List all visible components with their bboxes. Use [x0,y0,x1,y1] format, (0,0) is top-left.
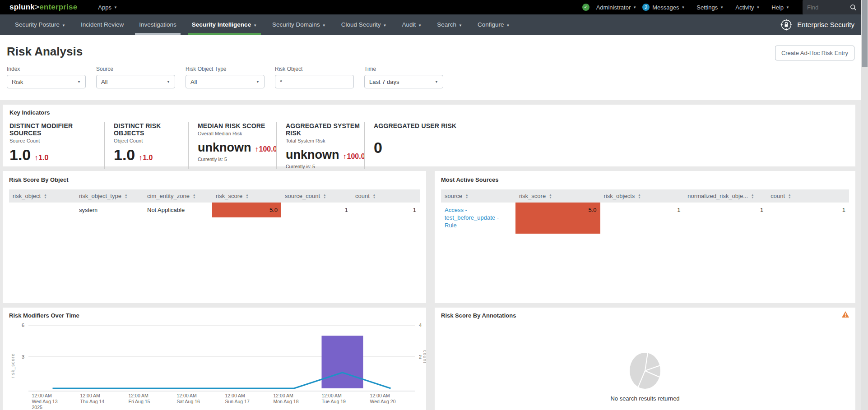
administrator-menu[interactable]: Administrator▼ [590,4,643,11]
svg-text:12:00 AMWed Aug 20: 12:00 AMWed Aug 20 [370,393,396,404]
index-dropdown[interactable]: Risk▼ [7,75,86,88]
svg-text:count: count [422,350,426,363]
cell-count: 1 [767,203,849,234]
cell-risk-object-redacted[interactable] [9,203,75,217]
filter-bar: Index Risk▼ Source All▼ Risk Object Type… [7,66,868,88]
svg-text:12:00 AMSun Aug 17: 12:00 AMSun Aug 17 [225,393,250,404]
find-search-box[interactable] [803,0,861,14]
kpi-value: 1.0 [114,147,135,163]
activity-menu[interactable]: Activity▼ [729,4,766,11]
kpi-delta-up: 100.0 [343,152,365,161]
svg-text:6: 6 [22,322,24,328]
sort-icon [638,193,641,198]
empty-pie-icon [626,352,664,390]
risk-object-type-dropdown[interactable]: All▼ [186,75,265,88]
svg-text:12:00 AMSat Aug 16: 12:00 AMSat Aug 16 [177,393,200,404]
splunk-logo: splunk>enterprise [9,3,77,12]
filter-risk-object-type: Risk Object Type All▼ [186,66,265,88]
sort-icon [193,193,195,198]
sort-icon [751,193,754,198]
table-row: system Not Applicable 5.0 1 1 [9,203,420,217]
filter-time: Time Last 7 days▼ [364,66,443,88]
top-bar: splunk>enterprise Apps▼ ✓ Administrator▼… [0,0,868,14]
most-active-sources-title: Most Active Sources [441,176,849,183]
sort-icon [373,193,376,198]
search-icon [850,4,857,11]
key-indicators-title: Key Indicators [9,109,855,116]
filter-source-label: Source [96,66,175,72]
col-normalized-risk-objects[interactable]: normalized_risk_obje... [684,189,767,203]
cell-risk-object-type: system [75,203,144,217]
page-header: Risk Analysis Create Ad-Hoc Risk Entry I… [0,35,868,100]
nav-investigations[interactable]: Investigations [131,14,184,35]
help-menu[interactable]: Help▼ [766,4,795,11]
sort-icon [246,193,248,198]
svg-text:12:00 AMTue Aug 19: 12:00 AMTue Aug 19 [322,393,346,404]
filter-index: Index Risk▼ [7,66,86,88]
time-chart-svg: 362412:00 AMWed Aug 13202512:00 AMThu Au… [9,321,426,410]
health-check-icon[interactable]: ✓ [582,4,589,11]
svg-text:12:00 AMFri Aug 15: 12:00 AMFri Aug 15 [129,393,150,404]
nav-security-domains[interactable]: Security Domains▼ [265,14,334,35]
enterprise-security-brand[interactable]: Enterprise Security [780,18,868,31]
filter-time-label: Time [364,66,443,72]
chevron-down-icon: ▼ [114,5,117,9]
risk-modifiers-over-time-panel: Risk Modifiers Over Time 362412:00 AMWed… [3,308,426,410]
svg-text:3: 3 [22,354,24,359]
apps-menu[interactable]: Apps▼ [92,4,123,11]
nav-incident-review[interactable]: Incident Review [73,14,131,35]
most-active-sources-table: source risk_score risk_objects normalize… [441,189,849,234]
source-link[interactable]: Access - test_before_update - Rule [445,207,512,230]
chevron-down-icon: ▼ [435,80,438,84]
col-cim-entity-zone[interactable]: cim_entity_zone [144,189,212,203]
nav-configure[interactable]: Configure▼ [470,14,517,35]
cell-source-count: 1 [281,203,352,217]
time-range-dropdown[interactable]: Last 7 days▼ [364,75,443,88]
svg-text:12:00 AMThu Aug 14: 12:00 AMThu Aug 14 [80,393,105,404]
col-risk-object-type[interactable]: risk_object_type [75,189,144,203]
vertical-scrollbar[interactable] [861,0,868,410]
nav-security-posture[interactable]: Security Posture▼ [7,14,73,35]
nav-cloud-security[interactable]: Cloud Security▼ [334,14,395,35]
kpi-delta-up: 100.0 [255,145,277,153]
scrollbar-thumb[interactable] [862,0,868,67]
col-count[interactable]: count [767,189,849,203]
chevron-down-icon: ▼ [256,80,260,84]
kpi-distinct-modifier-sources: DISTINCT MODIFIER SOURCES Source Count 1… [9,122,104,169]
col-risk-score[interactable]: risk_score [212,189,281,203]
risk-object-input[interactable] [275,75,354,88]
filter-risk-object-label: Risk Object [275,66,354,72]
kpi-aggregated-user-risk: AGGREGATED USER RISK 0 [364,122,855,169]
chevron-down-icon: ▼ [418,23,422,28]
nav-security-intelligence[interactable]: Security Intelligence▼ [184,14,265,35]
enterprise-security-label: Enterprise Security [797,21,854,28]
warning-icon[interactable] [842,311,849,319]
settings-menu[interactable]: Settings▼ [691,4,729,11]
col-risk-score[interactable]: risk_score [515,189,600,203]
find-input[interactable] [807,4,850,11]
kpi-distinct-risk-objects: DISTINCT RISK OBJECTS Object Count 1.01.… [104,122,188,169]
svg-text:risk_score: risk_score [10,353,15,378]
chevron-down-icon: ▼ [167,80,170,84]
nav-audit[interactable]: Audit▼ [395,14,430,35]
kpi-note: Currently is: 5 [286,164,364,169]
sort-icon [788,193,791,198]
kpi-value: 0 [374,139,382,156]
col-source-count[interactable]: source_count [281,189,352,203]
cell-risk-score: 5.0 [212,203,281,217]
messages-menu[interactable]: Messages▼ [646,4,691,11]
filter-source: Source All▼ [96,66,175,88]
create-adhoc-risk-entry-button[interactable]: Create Ad-Hoc Risk Entry [775,46,854,60]
col-source[interactable]: source [441,189,515,203]
col-count[interactable]: count [352,189,420,203]
nav-search[interactable]: Search▼ [429,14,470,35]
filter-index-label: Index [7,66,86,72]
chevron-down-icon: ▼ [322,23,326,28]
svg-text:2: 2 [419,354,422,359]
key-indicators-panel: Key Indicators DISTINCT MODIFIER SOURCES… [3,105,855,166]
source-dropdown[interactable]: All▼ [96,75,175,88]
col-risk-object[interactable]: risk_object [9,189,75,203]
col-risk-objects[interactable]: risk_objects [600,189,684,203]
sort-icon [125,193,127,198]
chevron-down-icon: ▼ [506,23,510,28]
